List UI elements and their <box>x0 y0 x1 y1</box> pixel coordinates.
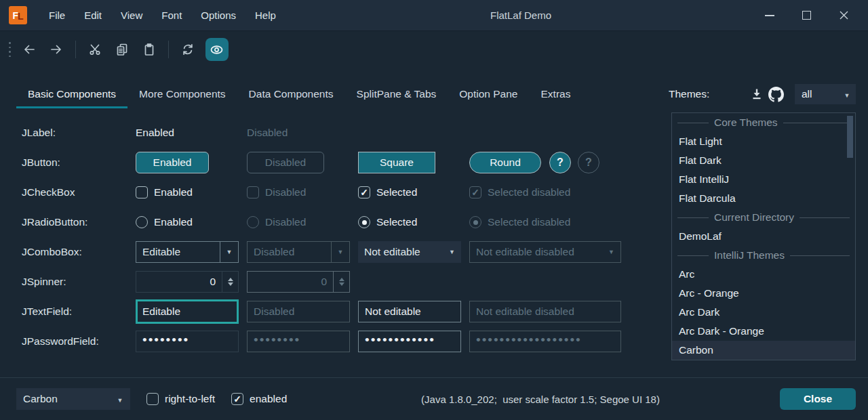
spinner-down-icon[interactable] <box>228 282 233 286</box>
menu-help[interactable]: Help <box>245 0 285 31</box>
right-to-left-checkbox[interactable]: right-to-left <box>146 393 215 405</box>
chevron-down-icon: ▼ <box>338 249 344 255</box>
theme-item-arc[interactable]: Arc <box>672 265 855 284</box>
chevron-down-icon: ▼ <box>117 397 123 404</box>
theme-item-arc-dark[interactable]: Arc Dark <box>672 303 855 322</box>
maximize-icon <box>802 11 811 20</box>
theme-item-flat-darcula[interactable]: Flat Darcula <box>672 189 855 208</box>
checkbox-icon <box>146 393 159 405</box>
radio-selected-icon <box>358 216 370 228</box>
paste-clipboard-icon <box>142 43 156 56</box>
menu-file[interactable]: File <box>39 0 75 31</box>
enabled-button[interactable]: Enabled <box>136 152 209 173</box>
basic-components-panel: JLabel: Enabled Disabled JButton: Enable… <box>22 118 632 356</box>
maximize-button[interactable] <box>788 0 825 30</box>
footer-bar: Carbon ▼ right-to-left ✓ enabled (Java 1… <box>0 377 868 420</box>
github-icon <box>768 87 784 102</box>
menu-edit[interactable]: Edit <box>75 0 111 31</box>
checkbox-checked-icon: ✓ <box>469 186 481 198</box>
textfield-disabled: Disabled <box>247 301 350 322</box>
close-window-button[interactable] <box>825 0 863 30</box>
eye-icon <box>210 43 224 57</box>
theme-item-arc-dark-orange[interactable]: Arc Dark - Orange <box>672 322 855 341</box>
theme-item-flat-light[interactable]: Flat Light <box>672 132 855 151</box>
textfield-not-editable[interactable]: Not editable <box>358 301 461 322</box>
radio-selected[interactable]: Selected <box>358 216 469 228</box>
theme-item-carbon-selected[interactable]: Carbon <box>672 341 855 360</box>
textfield-editable-focused[interactable]: Editable <box>136 299 239 324</box>
chevron-down-icon: ▼ <box>449 249 455 255</box>
chevron-down-icon: ▼ <box>226 249 233 255</box>
radio-selected-icon <box>469 216 481 228</box>
spinner-up-icon[interactable] <box>228 278 233 281</box>
show-hover-effects-toggle[interactable] <box>205 38 229 61</box>
square-button[interactable]: Square <box>358 152 435 173</box>
forward-button[interactable] <box>43 37 70 62</box>
passwordfield-not-editable[interactable]: •••••••••••• <box>358 331 461 352</box>
disabled-button: Disabled <box>247 152 324 173</box>
minimize-button[interactable] <box>751 0 788 30</box>
titlebar: FL File Edit View Font Options Help Flat… <box>0 0 868 31</box>
help-button[interactable]: ? <box>549 152 571 173</box>
scrollbar-thumb[interactable] <box>847 116 853 158</box>
spinner-up-icon <box>339 278 344 281</box>
checkbox-icon <box>247 186 259 198</box>
tab-extras[interactable]: Extras <box>530 80 583 108</box>
spinner-enabled[interactable]: 0 <box>136 271 239 293</box>
chevron-down-icon: ▼ <box>608 249 614 255</box>
jlabel-enabled: Enabled <box>136 127 247 139</box>
back-button[interactable] <box>16 37 43 62</box>
github-link-button[interactable] <box>766 85 785 104</box>
checkbox-enabled[interactable]: Enabled <box>136 186 247 198</box>
passwordfield-disabled: •••••••• <box>247 331 350 352</box>
back-arrow-icon <box>22 43 36 56</box>
menu-font[interactable]: Font <box>152 0 191 31</box>
cut-scissors-icon <box>88 43 102 56</box>
tab-option-pane[interactable]: Option Pane <box>448 80 529 108</box>
tab-splitpane-tabs[interactable]: SplitPane & Tabs <box>345 80 448 108</box>
spinner-disabled: 0 <box>247 271 350 293</box>
enabled-checkbox[interactable]: ✓ enabled <box>231 393 287 405</box>
menu-view[interactable]: View <box>111 0 152 31</box>
passwordfield-not-editable-disabled: •••••••••••••••••• <box>469 331 621 352</box>
system-info-label: (Java 1.8.0_202; user scale factor 1.5; … <box>421 394 660 405</box>
round-button[interactable]: Round <box>469 152 541 173</box>
jpasswordfield-row-label: JPasswordField: <box>22 335 136 348</box>
tab-basic-components[interactable]: Basic Components <box>16 80 127 108</box>
combobox-editable[interactable]: Editable ▼ <box>136 241 239 263</box>
checkbox-selected[interactable]: ✓ Selected <box>358 186 469 198</box>
theme-item-arc-orange[interactable]: Arc - Orange <box>672 284 855 303</box>
themes-filter-combobox[interactable]: all ▼ <box>795 84 856 104</box>
radio-selected-disabled: Selected disabled <box>469 216 632 228</box>
forward-arrow-icon <box>50 43 63 56</box>
jlabel-row-label: JLabel: <box>22 127 136 139</box>
toolbar-separator <box>75 41 76 58</box>
theme-selector-combobox[interactable]: Carbon ▼ <box>16 388 130 410</box>
window-controls <box>751 0 863 31</box>
minimize-icon <box>765 15 774 16</box>
toolbar-grip[interactable] <box>9 42 11 57</box>
refresh-button[interactable] <box>174 37 201 62</box>
theme-item-flat-intellij[interactable]: Flat IntelliJ <box>672 170 855 189</box>
menu-options[interactable]: Options <box>191 0 245 31</box>
combobox-not-editable[interactable]: Not editable ▼ <box>358 241 461 263</box>
theme-item-flat-dark[interactable]: Flat Dark <box>672 151 855 170</box>
tab-data-components[interactable]: Data Components <box>237 80 345 108</box>
cut-button[interactable] <box>81 37 108 62</box>
radio-icon <box>136 216 148 228</box>
download-theme-button[interactable] <box>747 85 766 104</box>
themes-label: Themes: <box>669 88 709 100</box>
copy-button[interactable] <box>108 37 136 62</box>
textfield-not-editable-disabled: Not editable disabled <box>469 301 621 322</box>
tab-more-components[interactable]: More Components <box>127 80 237 108</box>
passwordfield-editable[interactable]: •••••••• <box>136 331 239 352</box>
toolbar <box>0 32 229 67</box>
close-button[interactable]: Close <box>780 388 856 410</box>
radio-enabled[interactable]: Enabled <box>136 216 247 228</box>
radio-disabled: Disabled <box>247 216 358 228</box>
paste-button[interactable] <box>136 37 163 62</box>
copy-icon <box>115 43 129 56</box>
checkbox-disabled: Disabled <box>247 186 358 198</box>
theme-item-demolaf[interactable]: DemoLaf <box>672 227 855 246</box>
download-icon <box>750 87 764 101</box>
